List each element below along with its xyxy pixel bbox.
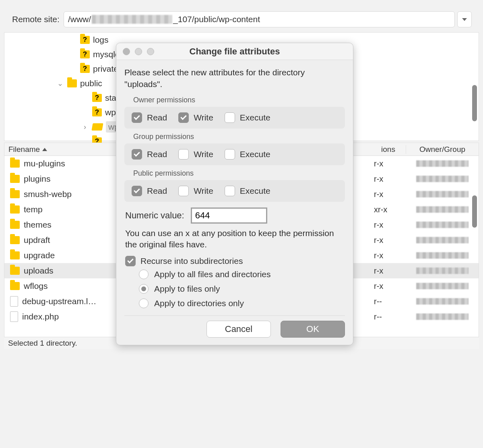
unknown-folder-icon: ? <box>80 50 90 58</box>
owner-execute-checkbox[interactable] <box>225 112 235 123</box>
file-name: wflogs <box>24 281 48 291</box>
folder-icon <box>10 160 20 168</box>
zoom-window-icon[interactable] <box>147 48 154 55</box>
owner-read-label: Read <box>147 113 167 122</box>
numeric-hint: You can use an x at any position to keep… <box>125 228 344 251</box>
chevron-down-icon <box>462 18 467 21</box>
path-prefix: /www/ <box>68 15 91 24</box>
minimize-window-icon[interactable] <box>135 48 142 55</box>
path-dropdown-button[interactable] <box>457 11 472 27</box>
tree-item-label: public <box>80 79 102 88</box>
file-permissions: r-x <box>374 251 383 260</box>
dialog-titlebar[interactable]: Change file attributes <box>116 43 353 60</box>
public-execute-checkbox[interactable] <box>225 186 235 196</box>
public-execute-label: Execute <box>240 186 270 196</box>
owner-group-redacted <box>416 298 469 305</box>
expand-right-icon[interactable]: › <box>81 123 89 131</box>
file-permissions: r-x <box>374 282 383 290</box>
column-permissions-label: ions <box>381 145 395 153</box>
group-read-label: Read <box>147 149 167 159</box>
file-permissions: r-- <box>374 297 382 306</box>
column-owner-group-label: Owner/Group <box>419 145 465 153</box>
owner-group-redacted <box>416 191 469 197</box>
tree-item-label: logs <box>93 35 109 45</box>
checkmark-icon <box>134 114 140 120</box>
owner-permissions-block: ReadWriteExecute <box>124 107 345 129</box>
file-permissions: r-x <box>374 236 383 245</box>
numeric-value-input[interactable] <box>191 207 267 224</box>
column-permissions[interactable]: ions <box>374 145 406 154</box>
column-owner-group[interactable]: Owner/Group <box>406 145 479 154</box>
owner-group-redacted <box>416 160 469 167</box>
file-permissions: r-x <box>374 220 383 229</box>
owner-group-redacted <box>416 252 469 259</box>
owner-group-redacted <box>416 313 469 320</box>
column-filename-label: Filename <box>8 145 40 154</box>
file-permissions: r-x <box>374 159 383 168</box>
path-redacted <box>92 15 172 24</box>
group-execute-checkbox[interactable] <box>225 149 235 160</box>
dialog-divider <box>124 315 345 316</box>
checkmark-icon <box>134 187 140 193</box>
owner-write-label: Write <box>194 113 213 122</box>
remote-label: Remote site: <box>12 15 60 24</box>
file-permissions: xr-x <box>374 205 387 214</box>
group-write-checkbox[interactable] <box>178 149 189 160</box>
public-permissions-label: Public permissions <box>133 169 345 178</box>
file-name: themes <box>24 220 52 230</box>
radio-apply-files[interactable] <box>139 284 149 294</box>
group-read-checkbox[interactable] <box>132 149 142 160</box>
file-name: uploads <box>24 266 54 276</box>
ok-button[interactable]: OK <box>281 321 345 338</box>
folder-icon <box>10 205 20 214</box>
public-permissions-block: ReadWriteExecute <box>124 180 345 202</box>
file-name: smush-webp <box>24 189 72 199</box>
file-name: debug-upstream.l… <box>22 297 96 306</box>
public-read-label: Read <box>147 186 167 196</box>
tree-scrollbar[interactable] <box>472 85 477 121</box>
column-filename[interactable]: Filename <box>4 145 117 154</box>
cancel-button[interactable]: Cancel <box>206 321 271 338</box>
expand-down-icon[interactable]: ⌄ <box>56 79 64 88</box>
file-permissions: r-x <box>374 190 383 199</box>
group-permissions-block: ReadWriteExecute <box>124 143 345 165</box>
folder-icon <box>10 221 20 229</box>
file-name: plugins <box>24 174 51 184</box>
owner-group-redacted <box>416 283 469 289</box>
folder-icon <box>10 267 20 275</box>
open-folder-icon <box>91 123 103 131</box>
public-write-checkbox[interactable] <box>178 186 189 196</box>
recurse-checkbox[interactable] <box>125 256 136 266</box>
owner-write-checkbox[interactable] <box>178 112 189 123</box>
file-permissions: r-x <box>374 174 383 183</box>
numeric-value-label: Numeric value: <box>125 210 184 221</box>
owner-group-redacted <box>416 222 469 228</box>
folder-icon <box>67 79 77 87</box>
folder-icon <box>10 236 20 244</box>
tree-item-label: private <box>93 64 118 74</box>
radio-apply-dirs-label: Apply to directories only <box>154 299 244 308</box>
unknown-folder-icon: ? <box>80 65 90 73</box>
file-name: updraft <box>24 235 50 245</box>
recurse-label: Recurse into subdirectories <box>140 256 243 266</box>
file-permissions: r-x <box>374 266 383 275</box>
radio-apply-all[interactable] <box>139 270 149 279</box>
remote-path-input[interactable]: /www/_107/public/wp-content <box>64 11 455 27</box>
owner-permissions-label: Owner permissions <box>133 96 345 104</box>
group-execute-label: Execute <box>240 149 270 159</box>
checkmark-icon <box>134 150 140 157</box>
change-attributes-dialog: Change file attributes Please select the… <box>116 43 353 345</box>
owner-group-redacted <box>416 206 469 213</box>
status-text: Selected 1 directory. <box>8 339 77 347</box>
file-icon <box>10 311 18 322</box>
radio-apply-files-label: Apply to files only <box>154 284 220 294</box>
unknown-folder-icon: ? <box>80 36 90 44</box>
file-scrollbar[interactable] <box>472 195 477 228</box>
radio-apply-dirs[interactable] <box>139 299 149 308</box>
owner-read-checkbox[interactable] <box>132 112 142 123</box>
close-window-icon[interactable] <box>123 48 130 55</box>
remote-path-row: Remote site: /www/_107/public/wp-content <box>0 0 483 31</box>
dialog-intro: Please select the new attributes for the… <box>124 66 345 90</box>
unknown-folder-icon: ? <box>92 94 102 102</box>
public-read-checkbox[interactable] <box>132 186 142 196</box>
